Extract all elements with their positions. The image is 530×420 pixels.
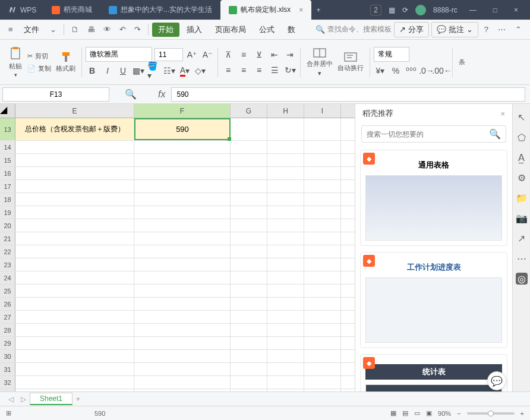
redo-icon[interactable]: ↷ bbox=[131, 23, 144, 36]
cell-F28[interactable] bbox=[134, 324, 231, 336]
bold-button[interactable]: B bbox=[86, 64, 99, 77]
decrease-decimal-icon[interactable]: .00← bbox=[436, 64, 449, 77]
row-header[interactable]: 31 bbox=[0, 363, 15, 375]
row-header[interactable]: 16 bbox=[0, 167, 15, 179]
cell-E29[interactable] bbox=[15, 337, 134, 349]
cell-I31[interactable] bbox=[304, 363, 341, 375]
zoom-slider[interactable] bbox=[467, 412, 515, 415]
tab-current[interactable]: 帆布袋定制.xlsx × bbox=[220, 0, 311, 20]
row-header[interactable]: 18 bbox=[0, 193, 15, 206]
cell-E33[interactable] bbox=[15, 389, 134, 391]
cell-F19[interactable] bbox=[134, 206, 231, 219]
increase-decimal-icon[interactable]: .0→ bbox=[420, 64, 433, 77]
cell-H27[interactable] bbox=[267, 311, 304, 323]
cell-H17[interactable] bbox=[267, 180, 304, 192]
align-left-icon[interactable]: ≡ bbox=[222, 64, 235, 77]
fill-color-button[interactable]: 🪣▾ bbox=[147, 64, 160, 77]
row-header[interactable]: 23 bbox=[0, 258, 15, 271]
cell-G23[interactable] bbox=[231, 258, 267, 271]
cell-E25[interactable] bbox=[15, 285, 134, 297]
align-right-icon[interactable]: ≡ bbox=[253, 64, 266, 77]
row-header[interactable]: 30 bbox=[0, 350, 15, 362]
cell-F17[interactable] bbox=[134, 180, 231, 192]
cell-G31[interactable] bbox=[231, 363, 267, 375]
col-header-f[interactable]: F bbox=[134, 104, 231, 118]
cell-E22[interactable] bbox=[15, 245, 134, 258]
zoom-out-button[interactable]: − bbox=[457, 410, 460, 417]
cell-F20[interactable] bbox=[134, 219, 231, 232]
cell-F30[interactable] bbox=[134, 350, 231, 362]
cell-I15[interactable] bbox=[304, 154, 341, 166]
row-header[interactable]: 19 bbox=[0, 206, 15, 219]
sync-icon[interactable]: ⟳ bbox=[402, 6, 408, 14]
cell-G33[interactable] bbox=[231, 389, 267, 391]
cell-G15[interactable] bbox=[231, 154, 267, 166]
row-header[interactable]: 15 bbox=[0, 154, 15, 166]
font-select[interactable]: 微软雅黑 bbox=[86, 47, 152, 62]
tab-store[interactable]: 稻壳商城 bbox=[43, 0, 100, 20]
help-icon[interactable]: ? bbox=[481, 23, 492, 36]
cell-H23[interactable] bbox=[267, 258, 304, 271]
undo-icon[interactable]: ↶ bbox=[116, 23, 130, 36]
new-tab-button[interactable]: + bbox=[311, 4, 325, 17]
template-card[interactable]: ◆ 通用表格 bbox=[360, 150, 507, 246]
row-header[interactable]: 14 bbox=[0, 141, 15, 153]
counter-badge[interactable]: 2 bbox=[370, 5, 381, 15]
cell-H21[interactable] bbox=[267, 232, 304, 245]
percent-icon[interactable]: % bbox=[389, 64, 402, 77]
reading-mode-icon[interactable]: ▣ bbox=[426, 409, 432, 417]
cell-I25[interactable] bbox=[304, 285, 341, 297]
template-search[interactable]: 🔍 bbox=[361, 125, 506, 143]
folder-icon[interactable]: 📁 bbox=[516, 192, 528, 204]
view-page-icon[interactable]: ▤ bbox=[402, 409, 408, 417]
border-button[interactable]: ▦▾ bbox=[132, 64, 145, 77]
more-icon[interactable]: ⋯ bbox=[494, 23, 509, 36]
align-center-icon[interactable]: ≡ bbox=[237, 64, 250, 77]
cell-G18[interactable] bbox=[231, 193, 267, 206]
cell-E17[interactable] bbox=[15, 180, 134, 192]
col-header-e[interactable]: E bbox=[15, 104, 134, 118]
currency-icon[interactable]: ¥▾ bbox=[374, 64, 387, 77]
cell-F33[interactable] bbox=[134, 389, 231, 391]
decrease-indent-icon[interactable]: ⇤ bbox=[268, 48, 281, 61]
cell-F14[interactable] bbox=[134, 141, 231, 153]
cell-H31[interactable] bbox=[267, 363, 304, 375]
close-panel-icon[interactable]: × bbox=[500, 109, 505, 118]
cell-H15[interactable] bbox=[267, 154, 304, 166]
sheet-grid[interactable]: ◢ E F G H I 13总价格（含税发票包邮＋版费）590141516171… bbox=[0, 104, 355, 391]
cell-E30[interactable] bbox=[15, 350, 134, 362]
col-header-h[interactable]: H bbox=[267, 104, 304, 118]
cell-H18[interactable] bbox=[267, 193, 304, 206]
cell-I19[interactable] bbox=[304, 206, 341, 219]
format-painter-button[interactable]: 格式刷 bbox=[53, 49, 78, 75]
row-header[interactable]: 20 bbox=[0, 219, 15, 232]
camera-icon[interactable]: 📷 bbox=[516, 212, 528, 224]
cell-E28[interactable] bbox=[15, 324, 134, 336]
cell-F29[interactable] bbox=[134, 337, 231, 349]
notes-button[interactable]: 💬批注⌄ bbox=[431, 22, 478, 37]
cell-E14[interactable] bbox=[15, 141, 134, 153]
cell-H32[interactable] bbox=[267, 376, 304, 389]
view-normal-icon[interactable]: ▦ bbox=[390, 409, 396, 417]
share-button[interactable]: ↗分享 bbox=[394, 22, 429, 37]
cell-F24[interactable] bbox=[134, 271, 231, 284]
zoom-in-button[interactable]: + bbox=[520, 410, 524, 417]
cut-button[interactable]: ✂剪切 bbox=[25, 50, 53, 62]
cell-F31[interactable] bbox=[134, 363, 231, 375]
row-header[interactable]: 17 bbox=[0, 180, 15, 192]
align-bottom-icon[interactable]: ⊻ bbox=[253, 48, 266, 61]
avatar[interactable] bbox=[415, 5, 426, 15]
row-header[interactable]: 29 bbox=[0, 337, 15, 349]
app-icon[interactable]: ◎ bbox=[516, 273, 528, 285]
col-header-g[interactable]: G bbox=[231, 104, 267, 118]
row-header[interactable]: 22 bbox=[0, 245, 15, 258]
copy-button[interactable]: 📄复制 bbox=[25, 63, 53, 74]
cell-I17[interactable] bbox=[304, 180, 341, 192]
pagelayout-tab[interactable]: 页面布局 bbox=[209, 22, 252, 37]
align-middle-icon[interactable]: ≡ bbox=[237, 48, 250, 61]
cell-I29[interactable] bbox=[304, 337, 341, 349]
menu-toggle-icon[interactable]: ≡ bbox=[5, 23, 17, 36]
cell-F25[interactable] bbox=[134, 285, 231, 297]
cell-H14[interactable] bbox=[267, 141, 304, 153]
row-header[interactable]: 27 bbox=[0, 311, 15, 323]
